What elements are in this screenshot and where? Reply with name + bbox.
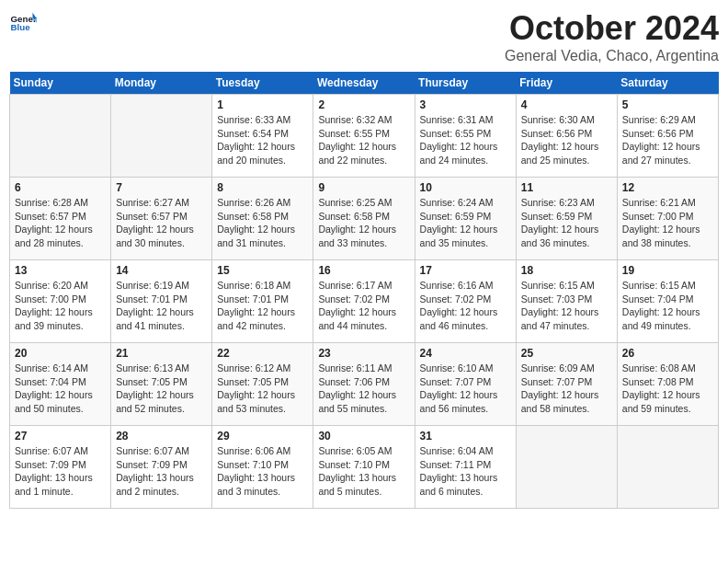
calendar-cell: 20Sunrise: 6:14 AM Sunset: 7:04 PM Dayli… <box>10 343 111 426</box>
day-number: 23 <box>318 347 409 360</box>
day-number: 1 <box>217 98 308 111</box>
calendar-cell: 18Sunrise: 6:15 AM Sunset: 7:03 PM Dayli… <box>516 260 617 343</box>
day-number: 11 <box>521 181 612 194</box>
day-number: 24 <box>420 347 511 360</box>
day-info: Sunrise: 6:10 AM Sunset: 7:07 PM Dayligh… <box>420 362 511 416</box>
calendar-cell: 3Sunrise: 6:31 AM Sunset: 6:55 PM Daylig… <box>415 95 516 178</box>
day-info: Sunrise: 6:06 AM Sunset: 7:10 PM Dayligh… <box>217 444 308 499</box>
calendar-week-row: 6Sunrise: 6:28 AM Sunset: 6:57 PM Daylig… <box>10 178 719 260</box>
day-info: Sunrise: 6:11 AM Sunset: 7:06 PM Dayligh… <box>318 362 409 416</box>
day-info: Sunrise: 6:31 AM Sunset: 6:55 PM Dayligh… <box>420 113 511 167</box>
day-number: 20 <box>15 347 106 360</box>
day-number: 6 <box>15 181 106 194</box>
calendar-cell: 13Sunrise: 6:20 AM Sunset: 7:00 PM Dayli… <box>10 260 111 343</box>
calendar-cell: 6Sunrise: 6:28 AM Sunset: 6:57 PM Daylig… <box>10 178 111 260</box>
day-info: Sunrise: 6:25 AM Sunset: 6:58 PM Dayligh… <box>318 196 409 250</box>
day-number: 18 <box>521 264 612 277</box>
day-number: 8 <box>217 181 308 194</box>
day-info: Sunrise: 6:18 AM Sunset: 7:01 PM Dayligh… <box>217 279 308 333</box>
calendar-cell: 19Sunrise: 6:15 AM Sunset: 7:04 PM Dayli… <box>617 260 718 343</box>
header-thursday: Thursday <box>415 72 516 95</box>
calendar-cell <box>10 95 111 178</box>
calendar-cell: 24Sunrise: 6:10 AM Sunset: 7:07 PM Dayli… <box>415 343 516 426</box>
calendar-cell: 21Sunrise: 6:13 AM Sunset: 7:05 PM Dayli… <box>111 343 212 426</box>
calendar-cell: 30Sunrise: 6:05 AM Sunset: 7:10 PM Dayli… <box>313 426 415 509</box>
calendar-week-row: 27Sunrise: 6:07 AM Sunset: 7:09 PM Dayli… <box>10 426 719 509</box>
day-number: 13 <box>15 264 106 277</box>
logo-icon: General Blue <box>9 9 37 37</box>
calendar-week-row: 20Sunrise: 6:14 AM Sunset: 7:04 PM Dayli… <box>10 343 719 426</box>
header-monday: Monday <box>111 72 212 95</box>
day-info: Sunrise: 6:07 AM Sunset: 7:09 PM Dayligh… <box>116 444 207 499</box>
day-number: 31 <box>420 430 511 442</box>
day-info: Sunrise: 6:21 AM Sunset: 7:00 PM Dayligh… <box>622 196 713 250</box>
header-friday: Friday <box>516 72 617 95</box>
calendar-cell: 31Sunrise: 6:04 AM Sunset: 7:11 PM Dayli… <box>415 426 516 509</box>
calendar-cell: 17Sunrise: 6:16 AM Sunset: 7:02 PM Dayli… <box>415 260 516 343</box>
day-info: Sunrise: 6:33 AM Sunset: 6:54 PM Dayligh… <box>217 113 308 167</box>
calendar-cell: 8Sunrise: 6:26 AM Sunset: 6:58 PM Daylig… <box>212 178 313 260</box>
calendar-cell <box>617 426 718 509</box>
calendar-cell: 25Sunrise: 6:09 AM Sunset: 7:07 PM Dayli… <box>516 343 617 426</box>
day-info: Sunrise: 6:24 AM Sunset: 6:59 PM Dayligh… <box>420 196 511 250</box>
day-info: Sunrise: 6:15 AM Sunset: 7:04 PM Dayligh… <box>622 279 713 333</box>
day-info: Sunrise: 6:07 AM Sunset: 7:09 PM Dayligh… <box>15 444 106 499</box>
day-info: Sunrise: 6:23 AM Sunset: 6:59 PM Dayligh… <box>521 196 612 250</box>
day-number: 9 <box>318 181 409 194</box>
day-number: 7 <box>116 181 207 194</box>
day-info: Sunrise: 6:32 AM Sunset: 6:55 PM Dayligh… <box>318 113 409 167</box>
day-info: Sunrise: 6:29 AM Sunset: 6:56 PM Dayligh… <box>622 113 713 167</box>
calendar-cell: 26Sunrise: 6:08 AM Sunset: 7:08 PM Dayli… <box>617 343 718 426</box>
calendar-cell: 9Sunrise: 6:25 AM Sunset: 6:58 PM Daylig… <box>313 178 415 260</box>
day-number: 12 <box>622 181 713 194</box>
day-number: 2 <box>318 98 409 111</box>
calendar-cell: 22Sunrise: 6:12 AM Sunset: 7:05 PM Dayli… <box>212 343 313 426</box>
calendar-cell: 10Sunrise: 6:24 AM Sunset: 6:59 PM Dayli… <box>415 178 516 260</box>
calendar-cell: 14Sunrise: 6:19 AM Sunset: 7:01 PM Dayli… <box>111 260 212 343</box>
calendar-cell: 27Sunrise: 6:07 AM Sunset: 7:09 PM Dayli… <box>10 426 111 509</box>
title-block: October 2024 General Vedia, Chaco, Argen… <box>505 9 719 64</box>
day-number: 28 <box>116 430 207 442</box>
page-header: General Blue October 2024 General Vedia,… <box>9 9 719 64</box>
day-number: 26 <box>622 347 713 360</box>
day-number: 30 <box>318 430 409 442</box>
calendar-cell: 5Sunrise: 6:29 AM Sunset: 6:56 PM Daylig… <box>617 95 718 178</box>
calendar-cell: 28Sunrise: 6:07 AM Sunset: 7:09 PM Dayli… <box>111 426 212 509</box>
day-number: 3 <box>420 98 511 111</box>
day-info: Sunrise: 6:12 AM Sunset: 7:05 PM Dayligh… <box>217 362 308 416</box>
day-info: Sunrise: 6:09 AM Sunset: 7:07 PM Dayligh… <box>521 362 612 416</box>
day-number: 27 <box>15 430 106 442</box>
calendar-table: SundayMondayTuesdayWednesdayThursdayFrid… <box>9 72 719 509</box>
calendar-header-row: SundayMondayTuesdayWednesdayThursdayFrid… <box>10 72 719 95</box>
day-info: Sunrise: 6:19 AM Sunset: 7:01 PM Dayligh… <box>116 279 207 333</box>
day-number: 17 <box>420 264 511 277</box>
calendar-cell: 23Sunrise: 6:11 AM Sunset: 7:06 PM Dayli… <box>313 343 415 426</box>
calendar-cell: 11Sunrise: 6:23 AM Sunset: 6:59 PM Dayli… <box>516 178 617 260</box>
day-info: Sunrise: 6:15 AM Sunset: 7:03 PM Dayligh… <box>521 279 612 333</box>
calendar-cell: 15Sunrise: 6:18 AM Sunset: 7:01 PM Dayli… <box>212 260 313 343</box>
day-info: Sunrise: 6:05 AM Sunset: 7:10 PM Dayligh… <box>318 444 409 499</box>
svg-text:Blue: Blue <box>11 22 31 32</box>
day-number: 25 <box>521 347 612 360</box>
calendar-cell: 12Sunrise: 6:21 AM Sunset: 7:00 PM Dayli… <box>617 178 718 260</box>
day-number: 22 <box>217 347 308 360</box>
calendar-cell: 4Sunrise: 6:30 AM Sunset: 6:56 PM Daylig… <box>516 95 617 178</box>
day-number: 29 <box>217 430 308 442</box>
day-info: Sunrise: 6:13 AM Sunset: 7:05 PM Dayligh… <box>116 362 207 416</box>
day-number: 14 <box>116 264 207 277</box>
calendar-week-row: 13Sunrise: 6:20 AM Sunset: 7:00 PM Dayli… <box>10 260 719 343</box>
calendar-cell: 29Sunrise: 6:06 AM Sunset: 7:10 PM Dayli… <box>212 426 313 509</box>
day-info: Sunrise: 6:20 AM Sunset: 7:00 PM Dayligh… <box>15 279 106 333</box>
calendar-cell: 1Sunrise: 6:33 AM Sunset: 6:54 PM Daylig… <box>212 95 313 178</box>
header-sunday: Sunday <box>10 72 111 95</box>
month-title: October 2024 <box>505 9 719 48</box>
day-info: Sunrise: 6:08 AM Sunset: 7:08 PM Dayligh… <box>622 362 713 416</box>
day-number: 19 <box>622 264 713 277</box>
day-number: 4 <box>521 98 612 111</box>
day-number: 10 <box>420 181 511 194</box>
day-number: 15 <box>217 264 308 277</box>
logo: General Blue <box>9 9 37 37</box>
location-subtitle: General Vedia, Chaco, Argentina <box>505 48 719 64</box>
day-info: Sunrise: 6:04 AM Sunset: 7:11 PM Dayligh… <box>420 444 511 499</box>
day-info: Sunrise: 6:28 AM Sunset: 6:57 PM Dayligh… <box>15 196 106 250</box>
